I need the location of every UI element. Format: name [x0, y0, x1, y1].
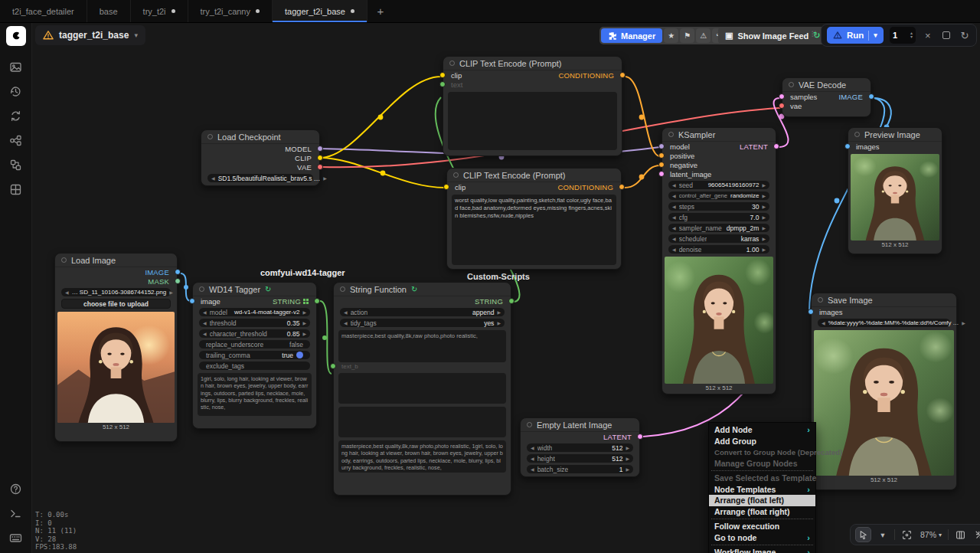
collapse-dot[interactable]	[449, 61, 455, 66]
tab-try-t2i-canny[interactable]: try_t2i_canny	[188, 0, 273, 22]
filename-prefix-widget[interactable]: %date:yyyy%-%date:MM%-%date:dd%/Comfy …	[818, 319, 950, 327]
conditioning-output-port[interactable]	[619, 72, 626, 78]
toolbar-drag-handle[interactable]: ⠿	[811, 30, 817, 40]
widget-tidy-tags[interactable]: tidy_tagsyes	[340, 319, 505, 327]
collapse-dot[interactable]	[61, 257, 67, 263]
templates-icon[interactable]	[8, 182, 23, 197]
collapse-dot[interactable]	[527, 422, 532, 427]
help-icon[interactable]	[8, 482, 23, 496]
image-output-port[interactable]	[868, 93, 874, 100]
widget-batch-size[interactable]: batch_size1	[527, 465, 633, 473]
widget-height[interactable]: height512	[527, 454, 633, 463]
widget-seed[interactable]: seed960654196160972	[668, 181, 769, 189]
node-ksampler[interactable]: KSampler model LATENT positive negative …	[662, 127, 776, 394]
node-save-image[interactable]: Save Image images %date:yyyy%-%date:MM%-…	[811, 293, 957, 490]
run-button[interactable]: Run ▾	[827, 27, 884, 44]
toggle-links-button[interactable]	[972, 527, 980, 542]
images-input-port[interactable]	[808, 309, 814, 315]
node-clip-text-encode-negative[interactable]: CLIP Text Encode (Prompt) clip CONDITION…	[446, 168, 622, 270]
widget-trailing-comma[interactable]: trailing_commatrue	[199, 351, 310, 359]
node-empty-latent-image[interactable]: Empty Latent Image LATENT width512 heigh…	[520, 417, 640, 477]
select-tool-button[interactable]	[855, 527, 871, 542]
comfyui-logo[interactable]	[6, 26, 26, 46]
node-clip-text-encode-positive[interactable]: CLIP Text Encode (Prompt) clip CONDITION…	[443, 56, 622, 156]
widget-model[interactable]: modelwd-v1-4-moat-tagger-v2	[199, 308, 310, 316]
prompt-textarea[interactable]	[448, 92, 617, 150]
node-load-checkpoint[interactable]: Load Checkpoint MODEL CLIP VAE SD1.5/bea…	[201, 129, 320, 186]
vae-output-port[interactable]	[317, 164, 323, 170]
latent-output-port[interactable]	[637, 434, 643, 440]
count-stepper[interactable]: ▴▾	[910, 31, 913, 39]
widget-action[interactable]: actionappend	[340, 308, 505, 316]
run-options-chevron[interactable]: ▾	[874, 31, 877, 39]
collapse-dot[interactable]	[818, 297, 823, 303]
flag-icon[interactable]: ⚑	[680, 28, 694, 43]
node-string-function[interactable]: String Function↻ STRING actionappend tid…	[333, 282, 511, 496]
vae-input-port[interactable]	[779, 103, 785, 109]
widget-exclude-tags[interactable]: exclude_tags	[199, 362, 310, 370]
tab-tagger-t2i-base[interactable]: tagger_t2i_base	[273, 0, 368, 22]
clip-output-port[interactable]	[317, 155, 323, 161]
widget-character-threshold[interactable]: character_threshold0.85	[199, 329, 310, 338]
tab-t2i-face-detailer[interactable]: t2i_face_detailer	[0, 0, 87, 22]
menu-item-add-node[interactable]: Add Node›	[709, 424, 815, 436]
node-load-image[interactable]: Load Image IMAGE MASK … SD_11_10106-3086…	[54, 253, 178, 442]
toggle-on[interactable]	[296, 352, 303, 358]
tab-base[interactable]: base	[87, 0, 131, 22]
choose-file-button[interactable]: choose file to upload	[61, 299, 171, 309]
image-name-widget[interactable]: … SD_11_10106-3086744152.png	[61, 288, 171, 296]
tab-try-t2i[interactable]: try_t2i	[131, 0, 188, 22]
string-output-port[interactable]	[314, 298, 320, 304]
refresh-icon[interactable]	[8, 109, 23, 123]
menu-item-save-selected-template[interactable]: Save Selected as Template	[709, 473, 815, 484]
mask-output-port[interactable]	[175, 278, 181, 284]
alert-icon[interactable]: ⚠	[696, 28, 710, 43]
samples-input-port[interactable]	[779, 93, 785, 100]
model-input-port[interactable]	[658, 143, 665, 149]
menu-item-node-templates[interactable]: Node Templates›	[709, 484, 815, 496]
text-c-textarea[interactable]	[338, 407, 506, 437]
conditioning-output-port[interactable]	[619, 184, 625, 190]
node-wd14-tagger[interactable]: WD14 Tagger↻ image STRING modelwd-v1-4-m…	[192, 282, 317, 429]
latent-output-port[interactable]	[773, 143, 779, 149]
collapse-dot[interactable]	[199, 286, 204, 292]
collapse-dot[interactable]	[340, 286, 345, 292]
model-library-icon[interactable]	[8, 158, 23, 172]
fit-view-button[interactable]	[899, 527, 914, 542]
tool-dropdown-chevron[interactable]: ▾	[875, 527, 890, 542]
widget-width[interactable]: width512	[527, 443, 633, 452]
string-output-port[interactable]	[508, 298, 514, 304]
batch-count-input[interactable]: 1 ▴▾	[890, 27, 916, 44]
positive-input-port[interactable]	[658, 152, 665, 159]
queue-history-button[interactable]: ↻	[959, 30, 971, 41]
workflows-icon[interactable]	[8, 60, 23, 74]
ckpt-name-widget[interactable]: SD1.5/beautifulRealistic_brav5.s …	[207, 174, 313, 182]
negative-input-port[interactable]	[658, 162, 665, 168]
history-icon[interactable]	[8, 84, 23, 99]
model-output-port[interactable]	[317, 146, 323, 152]
widget-steps[interactable]: steps30	[668, 202, 769, 211]
negative-prompt-textarea[interactable]: worst quality,low quality,painting,sketc…	[452, 195, 616, 265]
widget-control-after-generate[interactable]: control_after_generaterandomize	[668, 191, 769, 200]
image-input-port[interactable]	[189, 298, 195, 304]
node-preview-image[interactable]: Preview Image images	[848, 127, 942, 254]
result-textarea[interactable]: masterpiece,best quality,8k,raw photo,ph…	[338, 440, 506, 473]
collapse-dot[interactable]	[453, 172, 459, 178]
zoom-level-button[interactable]: 87%▾	[918, 527, 944, 542]
collapse-dot[interactable]	[854, 132, 860, 137]
new-tab-button[interactable]: +	[368, 0, 394, 22]
widget-replace-underscore[interactable]: replace_underscorefalse	[199, 340, 310, 348]
menu-item-convert-group-node[interactable]: Convert to Group Node (Deprecated)	[709, 447, 815, 458]
manager-button[interactable]: Manager	[601, 28, 662, 43]
menu-item-go-to-node[interactable]: Go to node›	[709, 532, 815, 544]
latent-image-input-port[interactable]	[658, 171, 665, 177]
node-library-icon[interactable]	[8, 133, 23, 148]
terminal-icon[interactable]	[8, 506, 23, 521]
tags-output-textarea[interactable]: 1girl, solo, long hair, looking at viewe…	[198, 373, 312, 416]
text-b-textarea[interactable]	[338, 373, 506, 404]
text-input-port[interactable]	[439, 81, 446, 87]
widget-scheduler[interactable]: schedulerkarras	[668, 234, 769, 243]
widget-cfg[interactable]: cfg7.0	[668, 213, 769, 221]
images-input-port[interactable]	[844, 143, 851, 149]
clear-queue-button[interactable]	[940, 30, 952, 41]
